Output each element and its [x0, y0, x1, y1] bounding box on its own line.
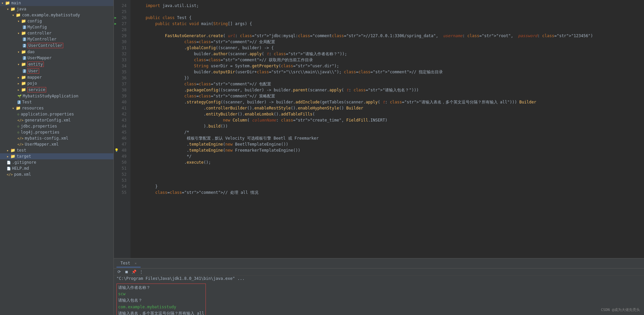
sidebar-label: pom.xml [14, 172, 31, 177]
console-line-3: com.example.mybatisstudy [118, 304, 204, 310]
code-area[interactable]: 2425▶26▶27282930313233343536373839404142… [114, 0, 644, 258]
sidebar-label: UserMapper.xml [25, 142, 59, 147]
code-line-36: }) [136, 75, 644, 81]
watermark: CSDN @成为大佬先秃头 [601, 307, 640, 312]
sidebar-item-gitignore[interactable]: 📄.gitignore [0, 159, 113, 165]
sidebar-item-generatorconfig[interactable]: </>generatorConfig.xml [0, 117, 113, 123]
tab-close-icon[interactable]: ✕ [135, 261, 137, 265]
restart-button[interactable]: ⟳ [116, 269, 122, 274]
code-line-27: public static void main(String[] args) { [136, 21, 644, 27]
sidebar-label: main [11, 1, 21, 5]
sidebar-label: MyConfig [27, 25, 47, 29]
sidebar-item-resources[interactable]: ▾📁resources [0, 105, 113, 111]
sidebar-item-mapper[interactable]: ▸📁mapper [0, 74, 113, 80]
line-number-38: 38 [114, 87, 131, 93]
line-number-46: 46 [114, 135, 131, 141]
sidebar-item-appprops[interactable]: ⚙application.properties [0, 111, 113, 117]
code-line-28 [136, 27, 644, 33]
sidebar-item-usermapperxml[interactable]: </>UserMapper.xml [0, 141, 113, 147]
sidebar-item-pomxml[interactable]: </>pom.xml [0, 171, 113, 177]
code-line-41: .controllerBuilder().enableRestStyle().e… [136, 105, 644, 111]
sidebar-item-java[interactable]: ▾📁java [0, 6, 113, 12]
line-number-51: 51 [114, 165, 131, 171]
code-line-39: class=class="str">"comment">// 策略配置 [136, 93, 644, 99]
sidebar-item-dao[interactable]: ▾📁dao [0, 49, 113, 55]
more-button[interactable]: ⋮ [139, 269, 144, 274]
code-line-32: builder.author(scanner.apply( t: class="… [136, 51, 644, 57]
code-line-31: .globalConfig((scanner, builder) -> { [136, 45, 644, 51]
line-number-47: 47 [114, 141, 131, 147]
sidebar-label: UserController [28, 43, 62, 48]
sidebar-item-helpmd[interactable]: 📄HELP.md [0, 165, 113, 171]
sidebar-item-testfolder[interactable]: ▸📁test [0, 147, 113, 153]
sidebar-item-usermapper[interactable]: JUserMapper [0, 55, 113, 61]
code-line-48: .templateEngine(new FreemarkerTemplateEn… [136, 147, 644, 153]
code-line-33: class=class="str">"comment">// 获取用户的当前工作… [136, 57, 644, 63]
sidebar-item-myconfig[interactable]: JMyConfig [0, 24, 113, 30]
sidebar-item-log4j[interactable]: ⚙log4j.properties [0, 129, 113, 135]
sidebar-label: application.properties [21, 112, 74, 116]
sidebar-item-test[interactable]: JTest [0, 99, 113, 105]
line-number-50: 50 [114, 159, 131, 165]
sidebar-item-mybatisconfig[interactable]: </>mybatis-config.xml [0, 135, 113, 141]
sidebar-label: test [17, 148, 26, 153]
sidebar-label: java [17, 7, 26, 11]
code-line-40: .strategyConfig((scanner, builder) -> bu… [136, 99, 644, 105]
line-number-39: 39 [114, 93, 131, 99]
sidebar-label: entity [28, 62, 43, 67]
line-number-34: 34 [114, 63, 131, 69]
console-redbox: 请输入作者名称？scw请输入包名？com.example.mybatisstud… [116, 284, 206, 315]
sidebar-label: resources [22, 106, 44, 110]
line-number-27: ▶27 [114, 21, 131, 27]
line-number-24: 24 [114, 3, 131, 9]
line-number-44: 44 [114, 123, 131, 129]
code-line-42: .entityBuilder().enableLombok().addTable… [136, 111, 644, 117]
bottom-tabs: Test ✕ [114, 258, 644, 268]
line-number-26: ▶26 [114, 15, 131, 21]
sidebar-label: generatorConfig.xml [25, 118, 71, 123]
console-line-0: 请输入作者名称？ [118, 285, 204, 291]
sidebar-item-jdbcprops[interactable]: ⚙jdbc.properties [0, 123, 113, 129]
code-line-35: builder.outputDir(userDir+class="str">"\… [136, 69, 644, 75]
sidebar-label: service [28, 87, 46, 92]
stop-button[interactable]: ■ [124, 269, 129, 274]
sidebar-item-config[interactable]: ▾📁config [0, 18, 113, 24]
sidebar-item-entity[interactable]: ▾📁entity [0, 61, 113, 68]
sidebar-label: Test [22, 100, 32, 104]
line-number-54: 54 [114, 183, 131, 189]
sidebar-item-controller[interactable]: ▾📁controller [0, 30, 113, 36]
console-line-4: 请输入表名，多个英文逗号分隔？所有输入 all [118, 310, 204, 315]
code-line-34: String userDir = System.getProperty(clas… [136, 63, 644, 69]
code-line-26: public class Test { [136, 15, 644, 21]
sidebar-item-mycontroller[interactable]: JMyController [0, 36, 113, 42]
line-number-48: 💡48 [114, 147, 131, 153]
pin-button[interactable]: 📌 [131, 269, 137, 274]
code-line-55: class=class="str">"comment">// 处理 all 情况 [136, 189, 644, 195]
sidebar-label: jdbc.properties [21, 124, 57, 129]
code-line-44: ).build()) [136, 123, 644, 129]
console-toolbar: ⟳ ■ 📌 ⋮ [114, 268, 644, 275]
sidebar-item-usercontroller[interactable]: JUserController [0, 42, 113, 49]
sidebar-label: target [17, 154, 31, 159]
line-number-31: 31 [114, 45, 131, 51]
line-numbers: 2425▶26▶27282930313233343536373839404142… [114, 0, 131, 258]
sidebar-item-service[interactable]: ▸📁service [0, 86, 113, 93]
code-line-52 [136, 171, 644, 177]
line-number-25: 25 [114, 9, 131, 15]
sidebar-item-pojo[interactable]: ▸📁pojo [0, 80, 113, 86]
line-number-28: 28 [114, 27, 131, 33]
code-line-46: 模板引擎配置，默认 Velocity 可选模板引擎 Beetl 或 Freema… [136, 135, 644, 141]
sidebar-item-main[interactable]: ▾📁main [0, 0, 113, 6]
sidebar-label: log4j.properties [21, 130, 60, 135]
code-line-51 [136, 165, 644, 171]
line-number-40: 40 [114, 99, 131, 105]
sidebar-label: com.example.mybatisstudy [22, 13, 80, 17]
sidebar-item-user[interactable]: JUser [0, 68, 113, 74]
line-number-42: 42 [114, 111, 131, 117]
line-number-53: 53 [114, 177, 131, 183]
sidebar-item-com[interactable]: ▾📁com.example.mybatisstudy [0, 12, 113, 18]
sidebar-item-target[interactable]: ▸📁target [0, 153, 113, 159]
sidebar-item-mybatisstudy[interactable]: 🌱MybatisStudyApplication [0, 93, 113, 99]
tab-test[interactable]: Test ✕ [116, 259, 141, 267]
sidebar-label: UserMapper [27, 56, 52, 60]
